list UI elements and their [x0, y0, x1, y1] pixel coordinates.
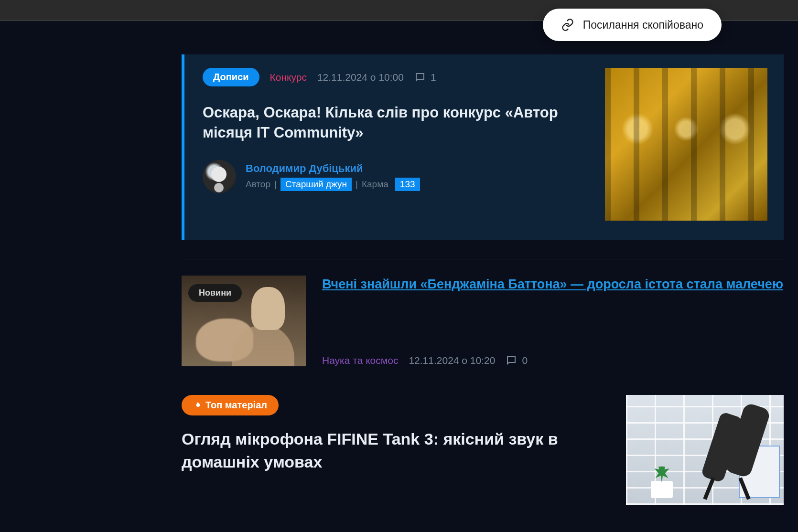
divider [182, 259, 784, 259]
article-title[interactable]: Огляд мікрофона FIFINE Tank 3: якісний з… [182, 428, 607, 473]
article-row[interactable]: Новини Вчені знайшли «Бенджаміна Баттона… [182, 276, 784, 366]
article-thumbnail[interactable] [605, 68, 767, 221]
toast-text: Посилання скопійовано [583, 19, 703, 32]
comment-count[interactable]: 1 [414, 72, 436, 83]
comment-icon [506, 355, 517, 366]
article-meta: Дописи Конкурс 12.11.2024 о 10:00 1 [203, 68, 586, 86]
author-meta: Автор| Старший джун | Карма 133 [246, 178, 420, 191]
article-title-link[interactable]: Вчені знайшли «Бенджаміна Баттона» — дор… [322, 277, 783, 291]
link-icon [561, 18, 574, 32]
tag-link[interactable]: Наука та космос [322, 355, 398, 366]
article-meta: Наука та космос 12.11.2024 о 10:20 0 [322, 355, 784, 366]
author-rank-badge: Старший джун [280, 178, 352, 191]
tag-link[interactable]: Конкурс [270, 72, 307, 83]
top-article-card[interactable]: Топ матеріал Огляд мікрофона FIFINE Tank… [182, 395, 784, 505]
article-thumbnail[interactable]: Новини [182, 276, 306, 366]
author-name[interactable]: Володимир Дубіцький [246, 162, 420, 175]
toast-link-copied: Посилання скопійовано [543, 9, 722, 41]
main-content: Дописи Конкурс 12.11.2024 о 10:00 1 Оска… [0, 21, 798, 505]
category-badge[interactable]: Дописи [203, 68, 259, 86]
article-title[interactable]: Оскара, Оскара! Кілька слів про конкурс … [203, 103, 586, 143]
category-badge[interactable]: Новини [188, 284, 242, 302]
fire-icon [193, 401, 202, 410]
featured-article-card[interactable]: Дописи Конкурс 12.11.2024 о 10:00 1 Оска… [182, 54, 784, 240]
article-thumbnail[interactable] [626, 395, 784, 505]
comment-count[interactable]: 0 [506, 355, 528, 366]
article-title: Вчені знайшли «Бенджаміна Баттона» — дор… [322, 276, 784, 293]
article-date: 12.11.2024 о 10:00 [317, 72, 404, 83]
article-date: 12.11.2024 о 10:20 [409, 355, 495, 366]
author-karma-badge: 133 [395, 178, 420, 191]
author-avatar[interactable] [203, 160, 236, 193]
top-material-badge[interactable]: Топ матеріал [182, 395, 279, 415]
author-block[interactable]: Володимир Дубіцький Автор| Старший джун … [203, 160, 586, 193]
comment-icon [414, 72, 426, 83]
